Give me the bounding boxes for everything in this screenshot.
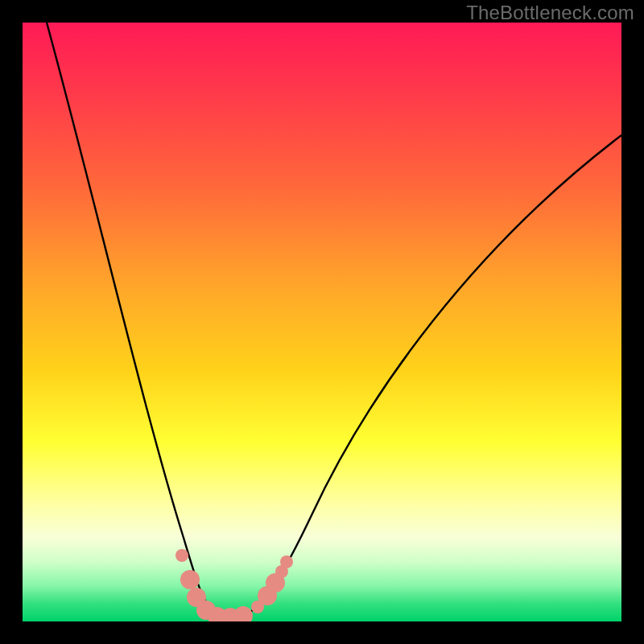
- marker-dot: [221, 608, 240, 621]
- marker-dot: [175, 549, 188, 562]
- marker-dot: [180, 570, 200, 589]
- marker-dot: [233, 606, 253, 621]
- marker-group: [175, 549, 293, 621]
- plot-area: [23, 23, 621, 621]
- watermark-text: TheBottleneck.com: [466, 2, 634, 24]
- bottleneck-curve: [47, 23, 621, 618]
- marker-dot: [258, 586, 277, 605]
- marker-dot: [196, 601, 216, 620]
- marker-dot: [187, 588, 206, 607]
- marker-dot: [266, 573, 285, 592]
- marker-dot: [208, 607, 227, 621]
- curve-layer: [23, 23, 621, 621]
- marker-dot: [251, 601, 264, 613]
- marker-dot: [275, 565, 288, 578]
- marker-dot: [280, 555, 293, 568]
